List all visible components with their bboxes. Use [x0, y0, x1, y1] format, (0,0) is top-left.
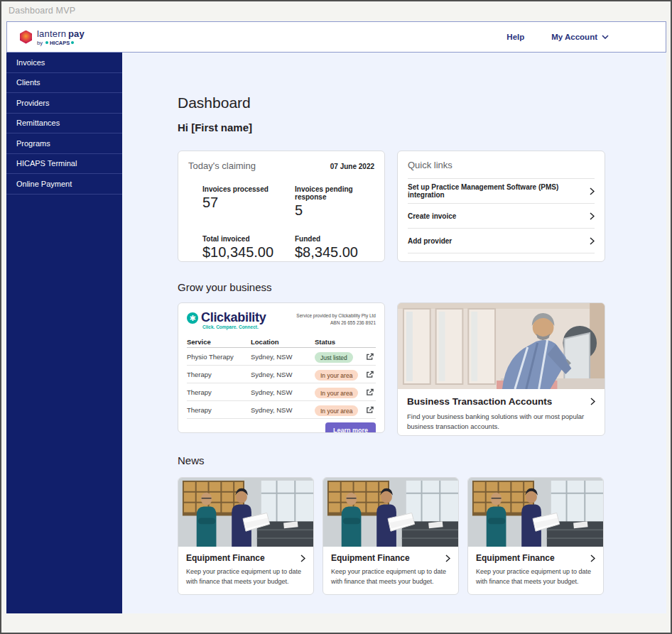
- stat-funded: Funded $8,345.00: [295, 235, 374, 261]
- top-header: lantern pay by HICAPS Help My Account: [6, 21, 666, 53]
- clickability-table: Service Location Status Physio TherapySy…: [187, 336, 376, 419]
- listing-location: Sydney, NSW: [251, 353, 315, 361]
- news-card-photo: [323, 478, 458, 547]
- sidebar-item-remittances[interactable]: Remittances: [6, 114, 122, 134]
- chevron-right-icon: [590, 237, 595, 245]
- sidebar-item-invoices[interactable]: Invoices: [6, 53, 122, 73]
- listing-service: Physio Therapy: [187, 353, 251, 361]
- listing-status-badge: In your area: [315, 388, 358, 398]
- listing-service: Therapy: [187, 388, 251, 396]
- quick-links-title: Quick links: [408, 160, 595, 179]
- listing-status-badge: In your area: [315, 370, 358, 381]
- clickability-logo: ✱ Clickability: [187, 310, 266, 325]
- business-accounts-description: Find your business banking solutions wit…: [407, 412, 587, 432]
- clickability-listing-row: TherapySydney, NSWIn your area: [187, 401, 376, 419]
- header-nav: Help My Account: [506, 33, 666, 41]
- business-accounts-title: Business Transaction Accounts: [407, 396, 552, 407]
- chevron-down-icon: [602, 35, 609, 39]
- app-window: Dashboard MVP lantern pay by HICAPS Help…: [0, 0, 672, 634]
- claiming-card-title: Today's claiming: [188, 160, 256, 171]
- stat-invoices-processed: Invoices processed 57: [202, 185, 295, 219]
- chevron-right-icon: [300, 554, 305, 562]
- sidebar-item-clients[interactable]: Clients: [6, 73, 122, 94]
- quick-link-pms-integration[interactable]: Set up Practice Management Software (PMS…: [408, 179, 595, 204]
- window-title: Dashboard MVP: [9, 6, 75, 16]
- external-link-icon[interactable]: [366, 371, 376, 378]
- help-link[interactable]: Help: [506, 33, 524, 41]
- news-card-title: Equipment Finance: [476, 553, 555, 563]
- listing-service: Therapy: [187, 371, 251, 378]
- clickability-table-header: Service Location Status: [187, 336, 376, 348]
- listing-location: Sydney, NSW: [251, 406, 315, 414]
- clickability-tagline: Click. Compare. Connect.: [202, 324, 266, 329]
- listing-status-badge: In your area: [315, 405, 358, 416]
- news-card[interactable]: Equipment Finance Keep your practice equ…: [323, 477, 459, 595]
- summary-row: Today's claiming 07 June 2022 Invoices p…: [178, 151, 605, 262]
- sidebar-nav: InvoicesClientsProvidersRemittancesProgr…: [6, 53, 122, 613]
- lanternpay-logo: lantern pay by HICAPS: [7, 28, 85, 46]
- brand-byline: by HICAPS: [37, 40, 85, 46]
- sidebar-item-providers[interactable]: Providers: [6, 93, 122, 114]
- sidebar-item-hicaps-terminal[interactable]: HICAPS Terminal: [6, 154, 122, 175]
- stat-total-invoiced: Total invoiced $10,345.00: [202, 235, 295, 261]
- news-card-description: Keep your practice equipment up to date …: [186, 567, 305, 586]
- my-account-menu[interactable]: My Account: [551, 33, 609, 41]
- quick-link-add-provider[interactable]: Add provider: [408, 229, 595, 253]
- news-card-title: Equipment Finance: [331, 553, 410, 563]
- hicaps-dot-icon: [71, 41, 74, 44]
- news-card-photo: [178, 478, 313, 547]
- news-card[interactable]: Equipment Finance Keep your practice equ…: [467, 477, 604, 595]
- quick-links-card: Quick links Set up Practice Management S…: [397, 151, 605, 262]
- business-accounts-photo: [398, 303, 605, 389]
- listing-location: Sydney, NSW: [251, 388, 315, 396]
- chevron-right-icon: [445, 554, 450, 562]
- news-card-photo: [468, 478, 603, 547]
- news-section-heading: News: [178, 454, 205, 466]
- claiming-stats: Invoices processed 57 Invoices pending r…: [202, 185, 374, 261]
- claiming-date: 07 June 2022: [330, 163, 374, 170]
- listing-location: Sydney, NSW: [251, 371, 315, 378]
- page-title: Dashboard: [178, 94, 251, 111]
- clickability-listing-row: Physio TherapySydney, NSWJust listed: [187, 348, 376, 366]
- news-card-description: Keep your practice equipment up to date …: [331, 567, 450, 586]
- hicaps-dot-icon: [45, 41, 48, 44]
- stat-invoices-pending: Invoices pending response 5: [295, 185, 374, 219]
- listing-status-badge: Just listed: [315, 352, 353, 363]
- greeting-text: Hi [First name]: [178, 121, 252, 133]
- quick-link-create-invoice[interactable]: Create invoice: [408, 204, 595, 229]
- chevron-right-icon: [590, 187, 595, 195]
- news-card[interactable]: Equipment Finance Keep your practice equ…: [178, 477, 314, 595]
- chevron-right-icon: [590, 554, 595, 562]
- brand-wordmark: lantern pay: [37, 28, 85, 39]
- external-link-icon[interactable]: [366, 406, 376, 414]
- clickability-provider-info: Service provided by Clickability Pty Ltd…: [296, 310, 376, 327]
- grow-row: ✱ Clickability Click. Compare. Connect. …: [178, 302, 605, 436]
- clickability-listing-row: TherapySydney, NSWIn your area: [187, 383, 376, 401]
- main-content: Dashboard Hi [First name] Today's claimi…: [122, 53, 666, 613]
- grow-section-heading: Grow your business: [178, 281, 272, 293]
- sidebar-item-programs[interactable]: Programs: [6, 133, 122, 154]
- clickability-card: ✱ Clickability Click. Compare. Connect. …: [178, 302, 385, 433]
- listing-service: Therapy: [187, 406, 251, 414]
- external-link-icon[interactable]: [366, 353, 376, 361]
- todays-claiming-card: Today's claiming 07 June 2022 Invoices p…: [178, 151, 385, 262]
- sidebar-item-online-payment[interactable]: Online Payment: [6, 174, 122, 195]
- learn-more-button[interactable]: Learn more: [325, 422, 376, 433]
- clickability-listing-row: TherapySydney, NSWIn your area: [187, 366, 376, 383]
- news-card-title: Equipment Finance: [186, 553, 265, 563]
- clickability-star-icon: ✱: [187, 312, 198, 324]
- business-accounts-card[interactable]: Business Transaction Accounts Find your …: [397, 302, 605, 436]
- lanternpay-hexagon-icon: [20, 31, 32, 44]
- news-row: Equipment Finance Keep your practice equ…: [178, 477, 604, 595]
- chevron-right-icon: [590, 212, 595, 220]
- news-card-description: Keep your practice equipment up to date …: [476, 567, 595, 586]
- external-link-icon[interactable]: [366, 388, 376, 396]
- chevron-right-icon: [590, 398, 595, 405]
